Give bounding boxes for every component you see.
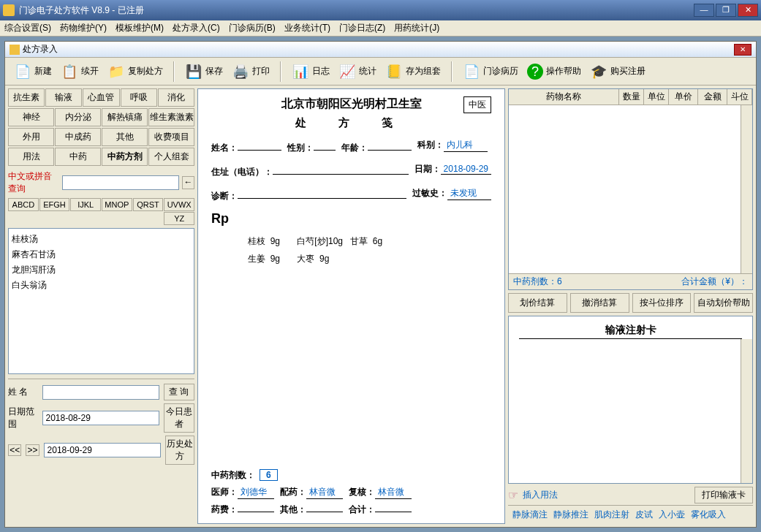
stat-icon: 📈 [338,63,356,80]
new-button[interactable]: 📄新建 [11,61,55,82]
tab-fee[interactable]: 收费项目 [148,128,194,146]
tab-infusion[interactable]: 输液 [45,88,82,107]
formula-list[interactable]: 桂枝汤 麻杏石甘汤 龙胆泻肝汤 白头翁汤 [8,228,194,374]
stat-button[interactable]: 📈统计 [336,61,379,82]
menu-templates[interactable]: 模板维护(M) [116,22,164,34]
menu-log[interactable]: 门诊日志(Z) [339,22,385,34]
close-button[interactable]: ✕ [738,4,758,17]
list-item[interactable]: 麻杏石甘汤 [12,247,191,262]
list-item[interactable]: 龙胆泻肝汤 [12,262,191,278]
inner-close-button[interactable]: ✕ [734,44,751,56]
tab-neuro[interactable]: 神经 [8,108,54,126]
tab-other[interactable]: 其他 [102,128,148,146]
menu-rx[interactable]: 处方录入(C) [173,22,220,34]
history-rx-button[interactable]: 历史处方 [165,436,194,465]
alpha-ijkl[interactable]: IJKL [70,198,101,211]
tab-vitamin[interactable]: 维生素激素 [148,108,194,126]
saveset-icon: 📒 [385,63,403,80]
col-drugname[interactable]: 药物名称 [509,89,619,104]
alpha-qrst[interactable]: QRST [133,198,164,211]
minimize-button[interactable]: — [694,4,714,17]
alpha-efgh[interactable]: EFGH [39,198,70,211]
save-button[interactable]: 💾保存 [182,61,226,82]
maximize-button[interactable]: ❐ [716,4,736,17]
saveset-button[interactable]: 📒存为组套 [382,61,444,82]
date-from-input[interactable] [42,411,159,425]
route-iv-drip[interactable]: 静脉滴注 [512,509,548,521]
col-price[interactable]: 单价 [669,89,698,104]
menu-drugstats[interactable]: 用药统计(J) [394,22,439,34]
tab-tcm-patent[interactable]: 中成药 [55,128,101,146]
left-panel: 抗生素 输液 心血管 呼吸 消化 神经 内分泌 解热镇痛 维生素激素 外用 中成… [8,88,194,524]
col-unit[interactable]: 单位 [644,89,669,104]
copy-button[interactable]: 📁复制处方 [105,61,166,82]
rx-title: 处 方 笺 [211,116,491,130]
insert-usage-link[interactable]: 插入用法 [523,489,690,501]
alpha-uvwx[interactable]: UVWX [164,198,194,211]
tab-tcm-formula[interactable]: 中药方剂 [102,148,148,166]
reopen-button[interactable]: 📋续开 [58,61,102,82]
price-button[interactable]: 划价结算 [508,293,567,313]
tcm-badge: 中医 [463,96,491,113]
col-pos[interactable]: 斗位 [727,89,752,104]
search-arrow-button[interactable]: ← [182,176,194,189]
scrollbar[interactable] [741,339,752,483]
today-button[interactable]: 今日患者 [164,403,195,433]
tab-external[interactable]: 外用 [8,128,54,146]
route-kettle[interactable]: 入小壶 [659,509,685,521]
col-qty[interactable]: 数量 [619,89,644,104]
tab-digest[interactable]: 消化 [158,88,194,107]
sort-button[interactable]: 按斗位排序 [632,293,692,313]
cancel-price-button[interactable]: 撤消结算 [570,293,629,313]
list-item[interactable]: 白头翁汤 [12,278,191,293]
log-icon: 📊 [292,63,309,80]
check-value: 林音微 [375,486,412,499]
menu-stats[interactable]: 业务统计(T) [284,22,330,34]
total-summary: 合计金额（¥）： [681,276,748,288]
tab-usage[interactable]: 用法 [8,148,54,166]
tab-cardio[interactable]: 心血管 [83,88,119,107]
reopen-icon: 📋 [61,63,78,80]
menubar: 综合设置(S) 药物维护(Y) 模板维护(M) 处方录入(C) 门诊病历(B) … [0,20,761,37]
menu-records[interactable]: 门诊病历(B) [229,22,276,34]
tab-personal[interactable]: 个人组套 [148,148,194,166]
drug-table-body[interactable] [509,105,752,273]
route-iv-push[interactable]: 静脉推注 [553,509,588,521]
search-button[interactable]: 查 询 [164,384,195,400]
nav-prev-button[interactable]: << [8,444,21,456]
allergy-value: 未发现 [447,187,491,200]
tab-tcm[interactable]: 中药 [55,148,101,166]
scrollbar[interactable] [741,105,752,273]
tab-antipyretic[interactable]: 解热镇痛 [102,108,148,126]
infusion-title: 输液注射卡 [519,319,742,339]
alpha-yz[interactable]: YZ [164,212,194,225]
route-im[interactable]: 肌肉注射 [594,509,629,521]
tab-antibiotic[interactable]: 抗生素 [8,88,45,107]
help-button[interactable]: ?操作帮助 [524,62,584,81]
dose-value[interactable]: 6 [260,469,278,481]
menu-settings[interactable]: 综合设置(S) [4,22,51,34]
app-icon [3,4,15,16]
tab-endo[interactable]: 内分泌 [55,108,101,126]
buy-button[interactable]: 🎓购买注册 [587,61,648,82]
alpha-mnop[interactable]: MNOP [102,198,132,211]
copy-icon: 📁 [107,63,125,80]
log-button[interactable]: 📊日志 [289,61,333,82]
daterange-label: 日期范围 [8,406,38,430]
date-to-input[interactable] [44,443,161,457]
nav-next-button[interactable]: >> [26,444,39,456]
alpha-abcd[interactable]: ABCD [8,198,39,211]
route-row: 静脉滴注 静脉推注 肌肉注射 皮试 入小壶 雾化吸入 [508,505,753,524]
print-button[interactable]: 🖨️打印 [229,61,273,82]
list-item[interactable]: 桂枝汤 [12,232,191,247]
tab-resp[interactable]: 呼吸 [121,88,157,107]
col-amount[interactable]: 金额 [698,89,727,104]
name-input[interactable] [42,385,159,400]
route-nebulize[interactable]: 雾化吸入 [691,509,726,521]
print-infusion-button[interactable]: 打印输液卡 [694,487,753,503]
route-skin-test[interactable]: 皮试 [635,509,653,521]
autoprice-help-button[interactable]: 自动划价帮助 [694,293,753,313]
history-button[interactable]: 📄门诊病历 [460,61,521,82]
search-input[interactable] [62,175,179,190]
menu-drugs[interactable]: 药物维护(Y) [60,22,107,34]
